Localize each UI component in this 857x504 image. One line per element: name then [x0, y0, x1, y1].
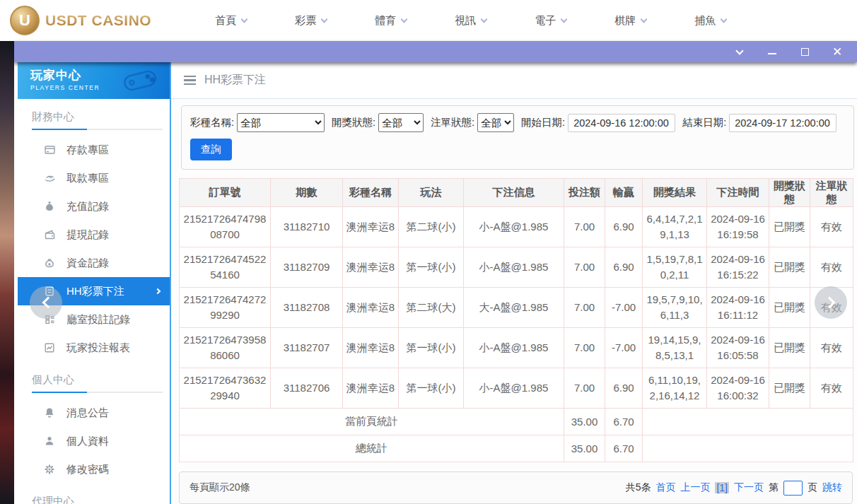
- lottery-name-select[interactable]: 全部: [237, 113, 325, 132]
- sidebar-item-recharge-records[interactable]: 充值記錄: [18, 192, 170, 221]
- background-photo-strip: [0, 41, 14, 504]
- page-size-text: 每頁顯示20條: [190, 481, 250, 494]
- sidebar-item-announcements[interactable]: 消息公告: [18, 399, 170, 427]
- column-header-order-status: 注單狀態: [810, 179, 853, 207]
- hamburger-menu-icon[interactable]: [184, 76, 196, 86]
- period-cell: 31182708: [271, 288, 343, 328]
- bet-time-cell: 2024-09-16 16:19:58: [707, 207, 769, 247]
- bet-amount-cell: 7.00: [564, 207, 605, 247]
- bet-info-cell: 小-A盤@1.985: [464, 368, 564, 409]
- order-id-cell: 2152172647452254160: [180, 247, 271, 288]
- lottery-name-cell: 澳洲幸运8: [343, 328, 399, 368]
- chevron-down-icon: [561, 16, 568, 23]
- draw-result-cell: 19,14,15,9,8,5,13,1: [643, 328, 707, 368]
- sidebar-section-personal: 個人中心: [18, 362, 170, 392]
- brand-logo-link[interactable]: U USDT CASINO: [10, 6, 151, 35]
- period-cell: 31182709: [271, 247, 343, 288]
- bets-table-header: 訂單號期數彩種名稱玩法下注信息投注額輸贏開獎結果下注時間開獎狀態注單狀態: [180, 179, 853, 207]
- order-status-cell: 有效: [810, 207, 853, 247]
- order-status-select[interactable]: 全部: [477, 113, 514, 132]
- order-status-cell: 有效: [810, 368, 853, 409]
- bet-time-cell: 2024-09-16 16:00:32: [707, 368, 769, 409]
- summary-empty: [643, 409, 853, 435]
- window-maximize-icon[interactable]: [799, 46, 810, 57]
- sidebar-item-withdraw[interactable]: 取款專區: [18, 164, 170, 192]
- win-loss-cell: -7.00: [605, 328, 643, 368]
- lottery-name-cell: 澳洲幸运8: [343, 288, 399, 328]
- play-type-cell: 第二球(大): [399, 288, 464, 328]
- play-type-cell: 第二球(小): [399, 207, 464, 247]
- pagination-bar: 每頁顯示20條 共5条 首页 上一页 [1] 下一页 第 页 跳转: [179, 471, 853, 504]
- order-status-label: 注單狀態:: [431, 116, 474, 129]
- start-date-input[interactable]: [568, 114, 675, 132]
- page-jump-input[interactable]: [783, 481, 803, 496]
- section-underline: [32, 129, 163, 130]
- window-close-icon[interactable]: ✕: [832, 46, 843, 57]
- player-center-sidebar: 玩家中心 PLAYERS CENTER 財務中心: [18, 62, 170, 504]
- nav-item-sports[interactable]: 體育: [351, 14, 431, 28]
- column-header-bet-amount: 投注額: [564, 179, 605, 207]
- window-collapse-icon[interactable]: [734, 46, 745, 57]
- draw-status-select[interactable]: 全部: [378, 113, 424, 132]
- next-page-link[interactable]: 下一页: [734, 481, 764, 494]
- lottery-name-cell: 澳洲幸运8: [343, 368, 399, 409]
- draw-result-cell: 6,4,14,7,2,19,1,13: [643, 207, 707, 247]
- first-page-link[interactable]: 首页: [655, 481, 675, 494]
- lottery-name-cell: 澳洲幸运8: [343, 247, 399, 288]
- sidebar-item-withdrawal-records[interactable]: 提現記錄: [18, 221, 170, 249]
- bet-amount-cell: 7.00: [564, 288, 605, 328]
- order-status-cell: 有效: [810, 328, 853, 368]
- sidebar-item-player-bet-report[interactable]: 玩家投注報表: [18, 334, 170, 362]
- filter-panel: 彩種名稱: 全部 開獎狀態: 全部 注單狀態: 全部: [181, 105, 854, 170]
- nav-item-slots[interactable]: 電子: [511, 14, 590, 28]
- site-navbar: U USDT CASINO 首頁 彩票 體育 視訊 電子 棋牌 捕魚: [0, 0, 857, 41]
- play-type-cell: 第一球(小): [399, 368, 464, 409]
- bets-table: 訂單號期數彩種名稱玩法下注信息投注額輸贏開獎結果下注時間開獎狀態注單狀態 215…: [179, 178, 853, 462]
- chevron-down-icon: [721, 16, 728, 23]
- column-header-period: 期數: [271, 179, 343, 207]
- win-loss-cell: 6.90: [605, 247, 643, 288]
- sidebar-header: 玩家中心 PLAYERS CENTER: [18, 62, 170, 99]
- column-header-play-type: 玩法: [399, 179, 464, 207]
- nav-item-live-video[interactable]: 視訊: [431, 14, 511, 28]
- end-date-label: 結束日期:: [682, 116, 726, 129]
- sidebar-item-funds-records[interactable]: 資金記錄: [18, 249, 170, 277]
- jump-label-post: 页: [808, 481, 817, 494]
- sidebar-item-profile[interactable]: 個人資料: [18, 427, 170, 455]
- jump-go-link[interactable]: 跳转: [822, 481, 842, 494]
- end-date-input[interactable]: [729, 114, 836, 132]
- sidebar-item-change-password[interactable]: 修改密碼: [18, 455, 170, 484]
- bet-time-cell: 2024-09-16 16:05:58: [707, 328, 769, 368]
- chevron-down-icon: [321, 16, 328, 23]
- nav-item-lottery[interactable]: 彩票: [271, 14, 351, 28]
- nav-item-home[interactable]: 首頁: [191, 14, 271, 28]
- play-type-cell: 第一球(小): [399, 328, 464, 368]
- nav-item-board-games[interactable]: 棋牌: [590, 14, 670, 28]
- pagination-controls: 共5条 首页 上一页 [1] 下一页 第 页 跳转: [626, 481, 842, 496]
- jump-label-pre: 第: [769, 481, 779, 494]
- content-body: 彩種名稱: 全部 開獎狀態: 全部 注單狀態: 全部: [171, 99, 857, 504]
- chevron-down-icon: [241, 16, 248, 23]
- player-center-window: ✕ 玩家中心 PLAYERS CENTER: [14, 41, 857, 504]
- nav-item-fishing[interactable]: 捕魚: [670, 14, 750, 28]
- withdraw-record-wallet-icon: [43, 229, 56, 240]
- sidebar-item-deposit[interactable]: 存款專區: [18, 136, 170, 164]
- screen: U USDT CASINO 首頁 彩票 體育 視訊 電子 棋牌 捕魚: [0, 0, 857, 504]
- table-row: 215217264736322994031182706澳洲幸运8第一球(小)小-…: [180, 368, 853, 409]
- bell-icon: [43, 407, 56, 418]
- expand-panel-arrow-button[interactable]: [815, 286, 847, 319]
- content-area: HH彩票下注 彩種名稱: 全部 開獎狀態: 全部: [170, 62, 857, 504]
- chevron-right-icon: [823, 297, 835, 309]
- recharge-moneybag-icon: [43, 201, 56, 212]
- prev-page-link[interactable]: 上一页: [680, 481, 710, 494]
- column-header-win-loss: 輸贏: [605, 179, 643, 207]
- draw-status-cell: 已開獎: [769, 288, 810, 328]
- chevron-down-icon: [401, 16, 408, 23]
- window-minimize-icon[interactable]: [766, 46, 778, 57]
- column-header-lottery-name: 彩種名稱: [343, 179, 399, 207]
- current-page-indicator[interactable]: [1]: [715, 482, 729, 493]
- play-type-cell: 第一球(小): [399, 247, 464, 288]
- search-button[interactable]: 查詢: [190, 139, 232, 160]
- collapse-sidebar-arrow-button[interactable]: [30, 286, 62, 319]
- total-count-text: 共5条: [626, 481, 651, 494]
